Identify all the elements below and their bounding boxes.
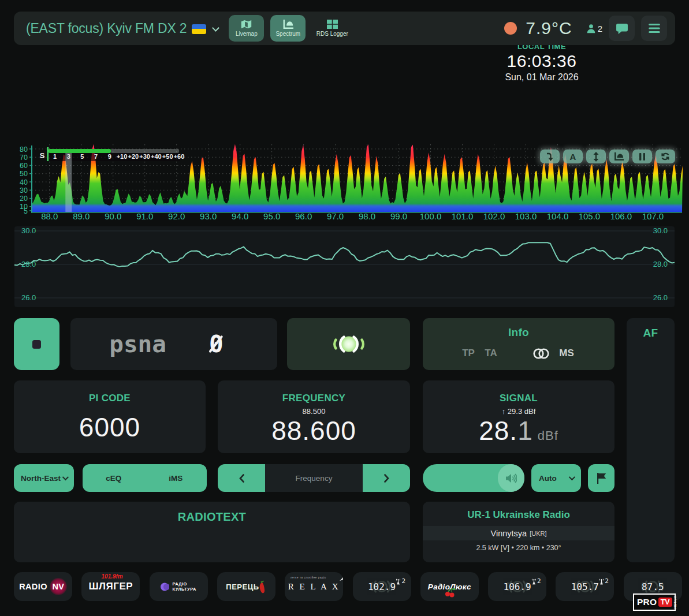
station-country: [UKR] xyxy=(530,530,546,537)
station-logo-tile[interactable]: 101.9fmШЛЯГЕР xyxy=(81,572,140,601)
local-clock: LOCAL TIME 16:03:36 Sun, 01 Mar 2026 xyxy=(484,42,599,83)
svg-text:30.0: 30.0 xyxy=(653,226,668,235)
fmdx-app: (EAST focus) Kyiv FM DX 2 Livemap Spectr… xyxy=(0,0,689,616)
svg-text:104.0: 104.0 xyxy=(547,211,569,221)
station-logo-tile[interactable]: 102.92 xyxy=(353,572,411,601)
spectrum-toolbar: A xyxy=(540,150,675,163)
tx-count: 2 xyxy=(531,577,541,585)
weather-icon[interactable] xyxy=(504,22,517,35)
protv-logo: PRO TV NET.UA xyxy=(633,593,676,611)
rds-logger-button[interactable]: RDS Logger xyxy=(312,15,352,42)
signal-peak: ↑ 29.3 dBf xyxy=(423,407,614,416)
eq-toggle[interactable]: cEQ xyxy=(83,474,145,483)
signal-history-graph: 30.030.028.028.026.026.0 xyxy=(14,226,675,307)
map-icon xyxy=(241,20,252,29)
station-frequency: 102.92 xyxy=(368,581,396,592)
chevron-down-icon[interactable] xyxy=(212,24,219,32)
spectrum-scroll-button[interactable] xyxy=(540,150,560,163)
chat-button[interactable] xyxy=(609,16,635,41)
spectrum-label: Spectrum xyxy=(275,31,300,37)
frequency-input[interactable] xyxy=(265,474,363,483)
station-logo-tile[interactable]: легке та спокійне радіоR E L A X xyxy=(285,572,343,601)
radiotext-title: RADIOTEXT xyxy=(14,502,410,524)
refresh-icon xyxy=(661,152,669,160)
header-right-group: 7.9°C 2 xyxy=(504,16,667,41)
svg-text:28.0: 28.0 xyxy=(653,260,668,268)
station-info-panel: UR-1 Ukrainske Radio Vinnytsya [UKR] 2.5… xyxy=(423,502,614,562)
listeners-count: 2 xyxy=(586,24,602,33)
header-bar: (EAST focus) Kyiv FM DX 2 Livemap Spectr… xyxy=(14,12,675,45)
flag-button[interactable] xyxy=(588,464,614,492)
svg-text:96.0: 96.0 xyxy=(295,211,312,221)
menu-button[interactable] xyxy=(641,16,667,41)
svg-text:10: 10 xyxy=(20,203,28,211)
svg-text:91.0: 91.0 xyxy=(136,211,153,221)
play-stop-button[interactable] xyxy=(14,318,59,370)
svg-text:94.0: 94.0 xyxy=(232,211,248,221)
volume-slider[interactable] xyxy=(423,464,524,492)
station-logo-tile[interactable]: РадіоЛюкс xyxy=(420,572,479,601)
table-icon xyxy=(327,20,338,29)
signal-value: 28.1dBf xyxy=(423,415,614,446)
ps-lit-text: 0 xyxy=(209,330,224,358)
station-logo-tile[interactable]: 106.92 xyxy=(488,572,546,601)
spectrum-pause-button[interactable] xyxy=(632,150,652,163)
station-logo-tile[interactable]: 105.72 xyxy=(556,572,614,601)
svg-text:101.0: 101.0 xyxy=(452,211,474,221)
eq-ims-toggle[interactable]: cEQ iMS xyxy=(83,464,207,492)
protv-tv-text: TV xyxy=(658,598,672,607)
spectrum-button[interactable]: Spectrum xyxy=(270,15,306,42)
signal-int: 28. xyxy=(479,416,517,446)
server-title[interactable]: (EAST focus) Kyiv FM DX 2 xyxy=(26,21,187,36)
ta-flag: TA xyxy=(485,348,497,359)
tuned-band xyxy=(65,153,72,212)
station-frequency: 105.72 xyxy=(571,581,599,592)
ps-name: psna 0 xyxy=(109,330,239,358)
svg-text:80: 80 xyxy=(20,145,28,154)
frequency-panel[interactable]: FREQUENCY 88.500 88.600 xyxy=(218,380,410,453)
frequency-down-button[interactable] xyxy=(218,464,265,492)
station-logo-tile[interactable]: RADIONV xyxy=(14,572,72,601)
mode-value: Auto xyxy=(539,474,557,483)
livemap-button[interactable]: Livemap xyxy=(229,15,264,42)
station-logo-tile[interactable]: РАДІОКУЛЬТУРА xyxy=(150,572,208,601)
station-location-row[interactable]: Vinnytsya [UKR] xyxy=(423,526,614,540)
ims-toggle[interactable]: iMS xyxy=(145,474,207,483)
previous-frequency: 88.500 xyxy=(218,407,410,416)
frequency-input-wrap xyxy=(265,464,363,492)
hamburger-icon xyxy=(649,24,660,33)
spectrum-refresh-button[interactable] xyxy=(656,150,675,163)
antenna-select[interactable]: North-East xyxy=(14,464,74,492)
frequency-up-button[interactable] xyxy=(363,464,410,492)
signal-peak-value: 29.3 dBf xyxy=(508,407,535,416)
station-name[interactable]: UR-1 Ukrainske Radio xyxy=(423,502,614,521)
station-logo-tile[interactable]: ПЕРЕЦЬ xyxy=(217,572,275,601)
spectrum-style-button[interactable] xyxy=(609,150,629,163)
scroll-down-icon xyxy=(546,152,554,161)
ps-gap-text xyxy=(166,330,209,358)
spectrum-autorange-button[interactable]: A xyxy=(563,150,583,163)
speaker-icon xyxy=(506,473,517,483)
svg-text:60: 60 xyxy=(20,162,28,170)
svg-text:97.0: 97.0 xyxy=(327,211,344,221)
svg-text:107.0: 107.0 xyxy=(642,211,664,221)
tx-count: 2 xyxy=(599,577,609,585)
svg-text:30.0: 30.0 xyxy=(21,226,36,235)
svg-text:98.0: 98.0 xyxy=(359,211,375,221)
audio-play-button[interactable] xyxy=(287,318,410,370)
svg-text:9: 9 xyxy=(108,153,111,160)
spectrum-graph[interactable]: 5102030405060708088.089.090.091.092.093.… xyxy=(0,141,689,225)
signal-history-chart: 30.030.028.028.026.026.0 xyxy=(14,226,675,307)
volume-knob[interactable] xyxy=(498,464,524,492)
spectrum-fit-button[interactable] xyxy=(586,150,606,163)
chevron-down-icon xyxy=(62,474,69,480)
mode-select[interactable]: Auto xyxy=(531,464,581,492)
user-count-value: 2 xyxy=(598,24,602,33)
stop-icon xyxy=(32,340,41,349)
tx-count: 2 xyxy=(396,577,405,585)
svg-text:103.0: 103.0 xyxy=(515,211,537,221)
flag-icon xyxy=(597,473,606,484)
frequency-value: 88.600 xyxy=(218,415,410,446)
svg-text:50: 50 xyxy=(20,170,28,178)
frequency-label: FREQUENCY xyxy=(218,380,410,404)
